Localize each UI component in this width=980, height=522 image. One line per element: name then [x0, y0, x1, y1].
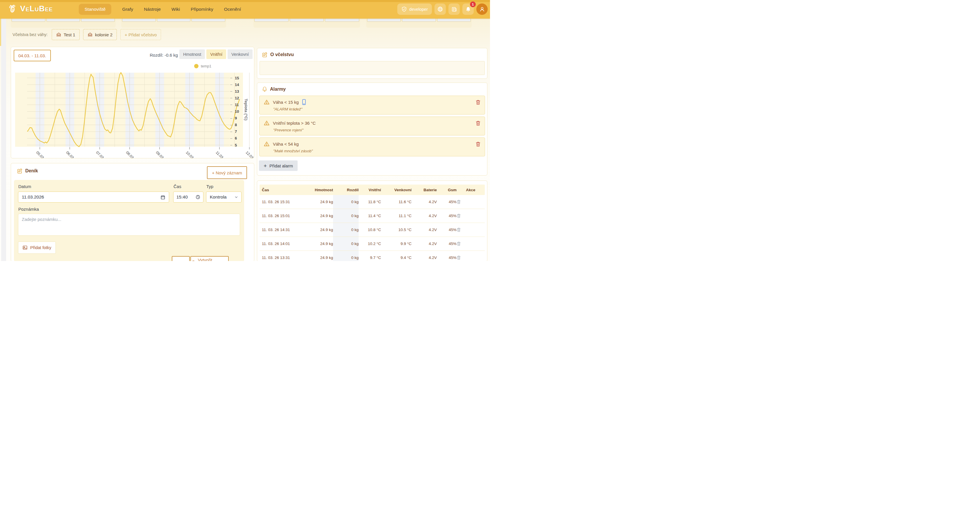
note-textarea[interactable]: [18, 213, 240, 236]
svg-text:5: 5: [235, 143, 237, 147]
news-button[interactable]: [449, 3, 460, 15]
clock-icon[interactable]: [196, 195, 200, 199]
cell-diff: 0 kg: [333, 223, 359, 237]
language-button[interactable]: [434, 3, 446, 15]
column-header: Hmotnost: [312, 188, 333, 192]
cell-gsm: 45%: [437, 213, 457, 218]
cell-outer-temp: 9.4 °C: [381, 255, 412, 260]
delete-alarm-button[interactable]: [476, 141, 481, 147]
warning-icon: [264, 120, 270, 126]
brand-logo[interactable]: VeLuBee: [8, 4, 53, 14]
add-alarm-label: Přidat alarm: [269, 163, 293, 168]
add-photos-button[interactable]: Přidat fotky: [18, 242, 56, 254]
hive-icon: [88, 32, 93, 37]
colony-button[interactable]: kolonie 2: [83, 29, 117, 40]
cell-inner-temp: 10.8 °C: [359, 228, 381, 232]
nav-item-nástroje[interactable]: Nástroje: [144, 7, 161, 12]
nav-item-připomínky[interactable]: Připomínky: [191, 7, 213, 12]
cell-outer-temp: 10.5 °C: [381, 228, 412, 232]
time-value: 15:40: [177, 194, 188, 200]
chart-y-axis-label: Teplota (°C): [242, 83, 248, 136]
measurements-card: ČasHmotnostRozdílVnitřníVenkovníBaterieG…: [257, 180, 487, 261]
carousel-edge-strip: [1, 19, 6, 261]
column-header: Baterie: [412, 188, 437, 192]
delete-row-button[interactable]: [457, 213, 485, 218]
colony-name: Test 1: [64, 32, 75, 37]
date-input[interactable]: 11.03.2026: [18, 191, 169, 202]
alarm-condition-row: Váha < 54 kg: [264, 141, 299, 147]
svg-text:–: –: [230, 82, 232, 87]
nav-item-ocenění[interactable]: Ocenění: [224, 7, 241, 12]
shield-check-icon: [401, 6, 407, 12]
table-row: 11. 03. 26 15:31 24.9 kg 0 kg 11.8 °C 11…: [259, 195, 485, 209]
cell-diff: 0 kg: [333, 209, 359, 223]
add-colony-button[interactable]: + Přidat včelstvo: [120, 29, 161, 40]
cell-weight: 24.9 kg: [312, 255, 333, 260]
main-nav: StanovištěGrafyNástrojeWikiPřipomínkyOce…: [79, 3, 241, 15]
warning-icon: [264, 141, 270, 147]
svg-text:14: 14: [235, 83, 239, 87]
create-record-button[interactable]: Vytvořit záznam: [190, 256, 229, 261]
person-icon: [479, 6, 485, 13]
bell-icon: [465, 6, 471, 12]
column-header: Venkovní: [381, 188, 412, 192]
delete-row-button[interactable]: [457, 227, 485, 232]
user-avatar[interactable]: [476, 3, 488, 15]
developer-button[interactable]: developer: [397, 3, 432, 15]
alarms-heading: Alarmy: [262, 86, 286, 92]
bell-outline-icon: [262, 86, 267, 92]
add-photos-label: Přidat fotky: [30, 245, 51, 250]
weight-diff-label: Rozdíl: -0.6 kg: [150, 53, 178, 57]
about-colony-textbox[interactable]: [259, 61, 485, 75]
svg-text:12: 12: [235, 96, 239, 100]
table-body: 11. 03. 26 15:31 24.9 kg 0 kg 11.8 °C 11…: [259, 195, 485, 261]
svg-text:–: –: [230, 123, 232, 127]
colony-button[interactable]: Test 1: [52, 29, 80, 40]
alarm-item: Váha < 54 kg "Malé množství zásob": [259, 137, 485, 156]
chart-legend: temp1: [194, 64, 211, 68]
date-range-button[interactable]: 04.03. - 11.03.: [14, 50, 51, 61]
svg-text:05.03: 05.03: [35, 150, 45, 158]
trash-icon: [457, 227, 461, 232]
alarm-note: "ALARM krádež": [273, 107, 302, 111]
alarm-condition-row: Váha < 15 kg: [264, 99, 306, 105]
alarm-condition: Váha < 15 kg: [273, 100, 299, 105]
notifications-button[interactable]: 1: [462, 3, 474, 15]
svg-text:11: 11: [235, 103, 239, 107]
new-record-button[interactable]: + Nový záznam: [207, 166, 247, 179]
navbar: VeLuBee StanovištěGrafyNástrojeWikiPřipo…: [0, 0, 490, 19]
tab-hmotnost[interactable]: Hmotnost: [179, 49, 205, 59]
cell-battery: 4.2V: [412, 213, 437, 218]
table-header: ČasHmotnostRozdílVnitřníVenkovníBaterieG…: [259, 185, 485, 195]
svg-text:09.03: 09.03: [155, 150, 164, 158]
nav-item-stanoviště[interactable]: Stanoviště: [79, 4, 111, 15]
cell-time: 11. 03. 26 13:31: [259, 255, 312, 260]
column-header: Rozdíl: [333, 188, 359, 192]
colony-name: kolonie 2: [95, 32, 113, 37]
cell-time: 11. 03. 26 15:31: [259, 200, 312, 204]
brand-name: VeLuBee: [20, 4, 53, 13]
tab-venkovní[interactable]: Venkovní: [228, 49, 253, 59]
type-select[interactable]: Kontrola: [206, 191, 242, 202]
calendar-icon[interactable]: [161, 195, 165, 200]
tab-vnitřní[interactable]: Vnitřní: [206, 49, 226, 59]
colony-buttons: Test 1 kolonie 2: [52, 29, 117, 40]
add-alarm-button[interactable]: + Přidat alarm: [259, 161, 298, 171]
about-heading: O včelstvu: [262, 52, 294, 57]
delete-alarm-button[interactable]: [476, 99, 481, 105]
temperature-chart: 05.0306.0307.0308.0309.0310.0311.0312.03…: [11, 47, 254, 158]
nav-item-grafy[interactable]: Grafy: [122, 7, 133, 12]
about-title: O včelstvu: [270, 52, 294, 57]
delete-row-button[interactable]: [457, 241, 485, 246]
delete-alarm-button[interactable]: [476, 120, 481, 126]
delete-row-button[interactable]: [457, 255, 485, 260]
date-field-label: Datum: [18, 184, 31, 189]
news-icon: [451, 6, 457, 12]
cell-battery: 4.2V: [412, 228, 437, 232]
nav-item-wiki[interactable]: Wiki: [172, 7, 180, 12]
app-window: VeLuBee StanovištěGrafyNástrojeWikiPřipo…: [0, 0, 490, 261]
cancel-button[interactable]: Zrušit: [172, 256, 190, 261]
cell-time: 11. 03. 26 14:31: [259, 228, 312, 232]
time-input[interactable]: 15:40: [173, 191, 204, 202]
delete-row-button[interactable]: [457, 199, 485, 204]
